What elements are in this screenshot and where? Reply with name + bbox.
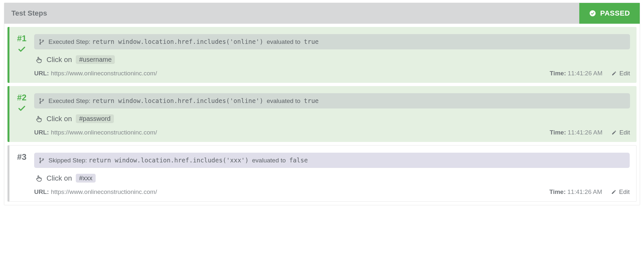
url-value: https://www.onlineconstructioninc.com/ — [51, 70, 157, 77]
selector-chip: #xxx — [76, 174, 96, 183]
eval-text: Executed Step: return window.location.hr… — [48, 38, 319, 45]
svg-point-8 — [43, 159, 44, 159]
edit-label: Edit — [619, 70, 630, 77]
action-row: Click on #username — [34, 55, 630, 64]
meta-row: URL: https://www.onlineconstructioninc.c… — [34, 70, 630, 77]
url-value: https://www.onlineconstructioninc.com/ — [51, 188, 157, 196]
step-id-column: #2 — [15, 93, 28, 113]
url-value: https://www.onlineconstructioninc.com/ — [51, 129, 157, 136]
check-icon — [18, 45, 26, 54]
time-value: 11:41:26 AM — [568, 188, 602, 195]
pencil-icon — [611, 130, 617, 135]
meta-url: URL: https://www.onlineconstructioninc.c… — [34, 129, 157, 136]
svg-point-5 — [43, 99, 44, 100]
selector-chip: #password — [76, 114, 114, 123]
svg-point-1 — [40, 43, 41, 44]
panel-title: Test Steps — [11, 9, 47, 18]
eval-row: Executed Step: return window.location.hr… — [34, 34, 630, 49]
meta-time: Time: 11:41:26 AM — [549, 188, 602, 196]
time-label: Time: — [550, 129, 566, 136]
meta-time: Time: 11:41:26 AM — [550, 70, 602, 77]
action-row: Click on #xxx — [34, 174, 630, 183]
panel-header: Test Steps PASSED — [4, 3, 640, 24]
meta-row: URL: https://www.onlineconstructioninc.c… — [34, 129, 630, 136]
pencil-icon — [611, 71, 617, 76]
action-label: Click on — [47, 56, 72, 64]
eval-text: Executed Step: return window.location.hr… — [48, 97, 319, 105]
eval-row: Skipped Step: return window.location.hre… — [34, 153, 630, 168]
pencil-icon — [611, 189, 616, 195]
url-label: URL: — [34, 129, 49, 136]
status-badge: PASSED — [579, 3, 640, 24]
svg-point-7 — [40, 162, 41, 163]
check-icon — [18, 104, 26, 113]
step-id-column: #1 — [15, 34, 28, 54]
meta-row: URL: https://www.onlineconstructioninc.c… — [34, 188, 630, 196]
svg-point-3 — [40, 98, 41, 99]
meta-right: Time: 11:41:26 AM Edit — [550, 129, 630, 136]
meta-right: Time: 11:41:26 AM Edit — [550, 70, 630, 77]
steps-container: #1 Executed Step: return window.location… — [4, 27, 640, 202]
step-number: #1 — [17, 34, 27, 43]
edit-button[interactable]: Edit — [611, 188, 630, 196]
svg-point-2 — [43, 40, 44, 41]
svg-point-4 — [40, 102, 41, 103]
check-circle-icon — [589, 10, 596, 17]
step-card: #2 Executed Step: return window.location… — [7, 86, 637, 142]
edit-button[interactable]: Edit — [611, 70, 630, 77]
edit-label: Edit — [619, 188, 630, 196]
step-body: Executed Step: return window.location.hr… — [34, 93, 630, 136]
step-body: Skipped Step: return window.location.hre… — [34, 153, 630, 196]
action-label: Click on — [47, 174, 72, 183]
selector-chip: #username — [76, 55, 115, 64]
step-body: Executed Step: return window.location.hr… — [34, 34, 630, 77]
step-card: #1 Executed Step: return window.location… — [7, 27, 637, 83]
meta-url: URL: https://www.onlineconstructioninc.c… — [34, 70, 157, 77]
time-label: Time: — [550, 70, 566, 77]
edit-button[interactable]: Edit — [611, 129, 630, 136]
action-label: Click on — [47, 115, 72, 123]
status-text: PASSED — [600, 9, 630, 18]
url-label: URL: — [34, 188, 49, 196]
step-number: #2 — [17, 93, 27, 102]
pointer-icon — [35, 175, 43, 182]
meta-url: URL: https://www.onlineconstructioninc.c… — [34, 188, 157, 196]
edit-label: Edit — [619, 129, 630, 136]
time-label: Time: — [549, 188, 566, 195]
meta-time: Time: 11:41:26 AM — [550, 129, 602, 136]
url-label: URL: — [34, 70, 49, 77]
branch-icon — [39, 98, 45, 104]
pointer-icon — [35, 115, 43, 122]
step-id-column: #3 — [15, 153, 28, 161]
step-number: #3 — [17, 153, 27, 161]
branch-icon — [39, 39, 45, 45]
svg-point-6 — [40, 158, 41, 159]
time-value: 11:41:26 AM — [568, 129, 603, 136]
meta-right: Time: 11:41:26 AM Edit — [549, 188, 630, 196]
eval-text: Skipped Step: return window.location.hre… — [48, 157, 308, 164]
test-steps-panel: Test Steps PASSED #1 Executed S — [4, 3, 640, 205]
svg-point-0 — [40, 39, 41, 40]
time-value: 11:41:26 AM — [568, 70, 603, 77]
branch-icon — [39, 158, 45, 163]
eval-row: Executed Step: return window.location.hr… — [34, 93, 630, 108]
pointer-icon — [35, 56, 43, 63]
action-row: Click on #password — [34, 114, 630, 123]
step-card: #3 Skipped Step: return window.location.… — [7, 145, 637, 202]
